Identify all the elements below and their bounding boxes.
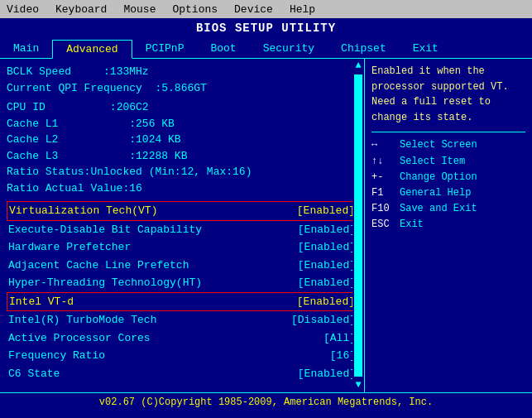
setting-value-2: [Enabled] bbox=[298, 239, 356, 256]
setting-label-3: Adjacent Cache Line Prefetch bbox=[8, 257, 298, 274]
left-panel: BCLK Speed :133MHz Current QPI Frequency… bbox=[0, 59, 364, 392]
setting-row-7[interactable]: Active Processor Cores[All] bbox=[7, 329, 357, 348]
setting-label-0: Virtualization Tech(VT) bbox=[9, 203, 297, 219]
setting-value-5: [Enabled] bbox=[297, 294, 355, 310]
setting-value-3: [Enabled] bbox=[298, 257, 356, 274]
setting-value-4: [Enabled] bbox=[298, 275, 356, 291]
divider bbox=[371, 132, 525, 132]
ratio-status-line: Ratio Status:Unlocked (Min:12, Max:16) bbox=[7, 164, 357, 180]
menu-bar: Video Keyboard Mouse Options Device Help bbox=[0, 0, 532, 18]
footer: v02.67 (C)Copyright 1985-2009, American … bbox=[0, 392, 532, 412]
setting-row-4[interactable]: Hyper-Threading Technology(HT)[Enabled] bbox=[7, 274, 357, 292]
key-desc-2: Change Option bbox=[400, 170, 477, 185]
setting-row-6[interactable]: Intel(R) TurboMode Tech[Disabled] bbox=[7, 311, 357, 329]
key-help-row-3: F1General Help bbox=[371, 185, 525, 201]
qpi-line: Current QPI Frequency :5.866GT bbox=[7, 80, 357, 97]
cache-l1-line: Cache L1 :256 KB bbox=[7, 116, 357, 132]
scroll-up-arrow[interactable]: ▲ bbox=[355, 59, 361, 73]
menu-video[interactable]: Video bbox=[3, 3, 42, 16]
settings-block: Virtualization Tech(VT)[Enabled]Execute-… bbox=[7, 201, 357, 382]
tab-boot[interactable]: Boot bbox=[197, 40, 249, 58]
setting-label-1: Execute-Disable Bit Capability bbox=[8, 222, 298, 238]
key-desc-5: Exit bbox=[400, 217, 424, 233]
tab-security[interactable]: Security bbox=[250, 40, 328, 58]
scroll-thumb[interactable] bbox=[354, 74, 362, 377]
setting-label-8: Frequency Ratio bbox=[8, 348, 330, 364]
key-help-row-0: ↔Select Screen bbox=[371, 137, 525, 153]
setting-row-5[interactable]: Intel VT-d[Enabled] bbox=[7, 292, 357, 312]
setting-row-8[interactable]: Frequency Ratio[16] bbox=[7, 347, 357, 365]
tab-exit[interactable]: Exit bbox=[400, 40, 452, 58]
setting-value-6: [Disabled] bbox=[291, 312, 356, 329]
key-desc-3: General Help bbox=[400, 185, 471, 201]
menu-keyboard[interactable]: Keyboard bbox=[52, 3, 110, 16]
setting-row-1[interactable]: Execute-Disable Bit Capability[Enabled] bbox=[7, 221, 357, 239]
menu-help[interactable]: Help bbox=[286, 3, 319, 16]
tab-row: Main Advanced PCIPnP Boot Security Chips… bbox=[0, 38, 532, 59]
setting-row-9[interactable]: C6 State[Enabled] bbox=[7, 365, 357, 383]
setting-label-2: Hardware Prefetcher bbox=[8, 239, 298, 256]
tab-chipset[interactable]: Chipset bbox=[328, 40, 400, 58]
footer-text: v02.67 (C)Copyright 1985-2009, American … bbox=[99, 396, 433, 408]
setting-label-7: Active Processor Cores bbox=[8, 330, 324, 347]
key-desc-4: Save and Exit bbox=[400, 201, 477, 217]
key-desc-0: Select Screen bbox=[400, 137, 477, 153]
bios-title: BIOS SETUP UTILITY bbox=[196, 22, 336, 35]
key-symbol-3: F1 bbox=[371, 185, 395, 201]
key-help-row-2: +-Change Option bbox=[371, 170, 525, 185]
setting-value-9: [Enabled] bbox=[298, 366, 356, 382]
key-symbol-2: +- bbox=[371, 170, 395, 185]
setting-row-3[interactable]: Adjacent Cache Line Prefetch[Enabled] bbox=[7, 257, 357, 275]
main-content: BCLK Speed :133MHz Current QPI Frequency… bbox=[0, 59, 532, 392]
bclk-speed-line: BCLK Speed :133MHz bbox=[7, 64, 357, 80]
tab-main[interactable]: Main bbox=[0, 40, 52, 58]
key-help-row-1: ↑↓Select Item bbox=[371, 154, 525, 170]
scroll-bar: ▲ ▼ bbox=[352, 59, 364, 392]
title-bar: BIOS SETUP UTILITY bbox=[0, 18, 532, 38]
key-symbol-1: ↑↓ bbox=[371, 154, 395, 170]
key-help-row-4: F10Save and Exit bbox=[371, 201, 525, 217]
key-desc-1: Select Item bbox=[400, 154, 465, 170]
key-symbol-5: ESC bbox=[371, 217, 395, 233]
info-block: BCLK Speed :133MHz Current QPI Frequency… bbox=[7, 64, 357, 196]
cache-l3-line: Cache L3 :12288 KB bbox=[7, 148, 357, 165]
setting-row-0[interactable]: Virtualization Tech(VT)[Enabled] bbox=[7, 201, 357, 221]
setting-label-6: Intel(R) TurboMode Tech bbox=[8, 312, 291, 329]
tab-advanced[interactable]: Advanced bbox=[52, 40, 132, 59]
setting-value-1: [Enabled] bbox=[298, 222, 356, 238]
key-symbol-0: ↔ bbox=[371, 137, 395, 153]
menu-options[interactable]: Options bbox=[169, 3, 221, 16]
cpu-id-line: CPU ID :206C2 bbox=[7, 99, 357, 116]
cache-l2-line: Cache L2 :1024 KB bbox=[7, 132, 357, 148]
key-help: ↔Select Screen↑↓Select Item+-Change Opti… bbox=[371, 137, 525, 233]
setting-label-4: Hyper-Threading Technology(HT) bbox=[8, 275, 298, 291]
help-text: Enabled it when the processor supported … bbox=[371, 64, 525, 125]
key-symbol-4: F10 bbox=[371, 201, 395, 217]
setting-value-0: [Enabled] bbox=[297, 203, 355, 219]
key-help-row-5: ESCExit bbox=[371, 217, 525, 233]
ratio-actual-line: Ratio Actual Value:16 bbox=[7, 180, 357, 197]
right-panel: Enabled it when the processor supported … bbox=[364, 59, 532, 392]
setting-label-9: C6 State bbox=[8, 366, 298, 382]
tab-pcipnp[interactable]: PCIPnP bbox=[132, 40, 198, 58]
setting-value-7: [All] bbox=[324, 330, 356, 347]
setting-label-5: Intel VT-d bbox=[9, 294, 297, 310]
setting-row-2[interactable]: Hardware Prefetcher[Enabled] bbox=[7, 238, 357, 257]
menu-mouse[interactable]: Mouse bbox=[120, 3, 159, 16]
menu-device[interactable]: Device bbox=[231, 3, 276, 16]
scroll-down-arrow[interactable]: ▼ bbox=[355, 378, 361, 392]
